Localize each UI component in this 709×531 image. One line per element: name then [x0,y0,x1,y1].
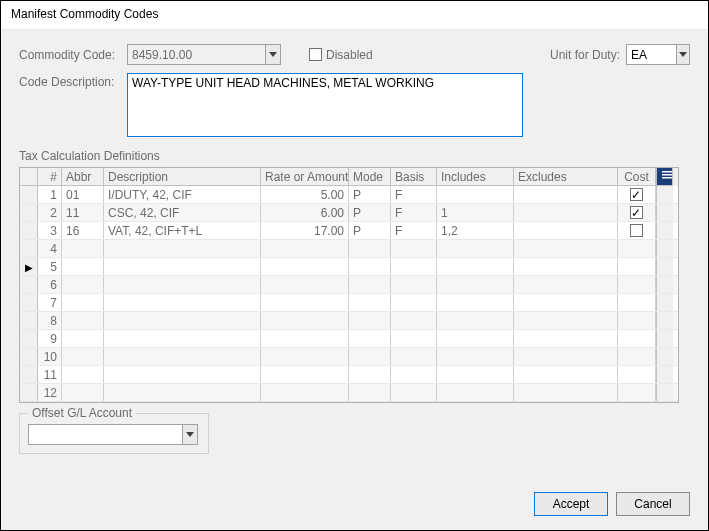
cell[interactable] [349,312,391,329]
cell[interactable] [514,204,618,221]
cell[interactable] [349,240,391,257]
cell[interactable] [62,276,104,293]
cell[interactable]: 8 [38,312,62,329]
cell[interactable]: CSC, 42, CIF [104,204,261,221]
table-row[interactable]: 12 [20,384,678,402]
cell[interactable]: 7 [38,294,62,311]
cell[interactable] [349,258,391,275]
cell[interactable] [514,294,618,311]
cell[interactable]: 01 [62,186,104,203]
row-selector[interactable] [20,330,38,347]
disabled-checkbox[interactable] [309,48,322,61]
cell[interactable]: 1 [38,186,62,203]
row-selector[interactable] [20,222,38,239]
commodity-code-input[interactable] [128,45,265,64]
cost-cell[interactable] [618,276,656,293]
cell[interactable] [62,384,104,401]
cell[interactable]: 6.00 [261,204,349,221]
table-row[interactable]: 316VAT, 42, CIF+T+L17.00PF1,2 [20,222,678,240]
grid-header-abbr[interactable]: Abbr [62,168,104,186]
cell[interactable] [349,366,391,383]
cell[interactable] [391,330,437,347]
cell[interactable] [437,384,514,401]
cell[interactable] [104,240,261,257]
cell[interactable]: P [349,186,391,203]
cell[interactable]: 11 [62,204,104,221]
table-row[interactable]: 211CSC, 42, CIF6.00PF1 [20,204,678,222]
cell[interactable] [62,366,104,383]
cell[interactable]: 12 [38,384,62,401]
code-description-textarea[interactable]: WAY-TYPE UNIT HEAD MACHINES, METAL WORKI… [127,73,523,137]
cell[interactable] [104,366,261,383]
cell[interactable]: 5.00 [261,186,349,203]
cost-cell[interactable] [618,348,656,365]
grid-header-excl[interactable]: Excludes [514,168,618,186]
cell[interactable]: F [391,186,437,203]
cost-cell[interactable] [618,186,656,203]
row-selector[interactable] [20,240,38,257]
grid-header-options-icon[interactable] [656,168,673,186]
cell[interactable] [104,294,261,311]
cost-cell[interactable] [618,204,656,221]
cost-cell[interactable] [618,294,656,311]
cell[interactable] [62,348,104,365]
cell[interactable] [514,240,618,257]
cost-checkbox[interactable] [630,224,643,237]
cell[interactable] [514,330,618,347]
cell[interactable]: 17.00 [261,222,349,239]
cost-cell[interactable] [618,366,656,383]
row-selector[interactable] [20,312,38,329]
cell[interactable]: 1 [437,204,514,221]
cell[interactable] [514,258,618,275]
cell[interactable] [514,366,618,383]
offset-gl-input[interactable] [29,425,182,444]
cell[interactable] [514,222,618,239]
cost-checkbox[interactable] [630,188,643,201]
cell[interactable] [391,312,437,329]
row-selector[interactable]: ▶ [20,258,38,275]
grid-header-mode[interactable]: Mode [349,168,391,186]
row-selector[interactable] [20,384,38,401]
cell[interactable] [62,258,104,275]
cell[interactable] [437,276,514,293]
cell[interactable]: P [349,222,391,239]
cancel-button[interactable]: Cancel [616,492,690,516]
cell[interactable] [514,186,618,203]
row-selector[interactable] [20,348,38,365]
row-selector[interactable] [20,204,38,221]
cell[interactable] [391,348,437,365]
cell[interactable]: F [391,204,437,221]
cost-cell[interactable] [618,222,656,239]
grid-header-cost[interactable]: Cost [618,168,656,186]
row-selector[interactable] [20,186,38,203]
cell[interactable] [261,312,349,329]
cell[interactable] [437,312,514,329]
cell[interactable] [514,384,618,401]
cell[interactable] [437,186,514,203]
cell[interactable] [261,294,349,311]
cost-cell[interactable] [618,330,656,347]
cell[interactable] [104,348,261,365]
grid-header-selector[interactable] [20,168,38,186]
cell[interactable] [437,258,514,275]
unit-for-duty-dropdown-button[interactable] [676,45,689,64]
cost-cell[interactable] [618,384,656,401]
cell[interactable] [104,312,261,329]
grid-header-basis[interactable]: Basis [391,168,437,186]
table-row[interactable]: 11 [20,366,678,384]
cell[interactable]: 1,2 [437,222,514,239]
cell[interactable] [62,240,104,257]
cell[interactable] [62,294,104,311]
cost-checkbox[interactable] [630,206,643,219]
cell[interactable] [514,348,618,365]
cost-cell[interactable] [618,258,656,275]
table-row[interactable]: 7 [20,294,678,312]
cell[interactable] [391,294,437,311]
table-row[interactable]: 9 [20,330,678,348]
tax-calc-grid[interactable]: # Abbr Description Rate or Amount Mode B… [19,167,679,403]
row-selector[interactable] [20,366,38,383]
cell[interactable]: VAT, 42, CIF+T+L [104,222,261,239]
cell[interactable] [261,330,349,347]
table-row[interactable]: 6 [20,276,678,294]
cell[interactable] [437,348,514,365]
